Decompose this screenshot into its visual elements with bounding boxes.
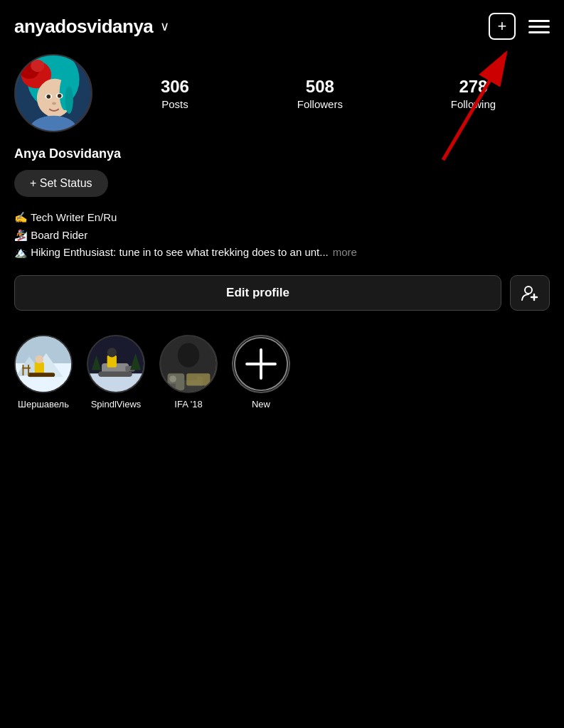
chevron-down-icon[interactable]: ∨ — [160, 18, 169, 34]
action-buttons: Edit profile — [14, 275, 550, 311]
new-post-icon[interactable]: + — [489, 13, 516, 40]
header: anyadosvidanya ∨ + — [0, 0, 564, 47]
highlight-label-shersh: Шершавель — [18, 399, 69, 410]
username[interactable]: anyadosvidanya — [14, 16, 153, 38]
posts-count: 306 — [161, 77, 189, 97]
following-count: 278 — [459, 77, 487, 97]
header-left: anyadosvidanya ∨ — [14, 16, 169, 38]
highlights-section: Шершавель — [0, 328, 564, 424]
bio-line-1: ✍️ Tech Writer En/Ru — [14, 210, 550, 226]
menu-icon[interactable] — [528, 20, 550, 33]
posts-stat[interactable]: 306 Posts — [161, 77, 189, 110]
svg-point-6 — [31, 60, 44, 72]
bio-section: ✍️ Tech Writer En/Ru 🏂 Board Rider 🏔️ Hi… — [14, 210, 550, 261]
svg-rect-43 — [168, 373, 185, 390]
svg-rect-28 — [28, 364, 29, 375]
followers-label: Followers — [297, 98, 343, 110]
edit-profile-button[interactable]: Edit profile — [14, 275, 501, 311]
svg-point-42 — [178, 343, 199, 367]
svg-point-11 — [65, 86, 73, 114]
svg-point-25 — [36, 355, 43, 363]
header-icons: + — [489, 13, 550, 40]
following-stat[interactable]: 278 Following — [451, 77, 496, 110]
posts-label: Posts — [161, 98, 188, 110]
highlight-label-ifa: IFA '18 — [174, 399, 202, 410]
bio-line-3: 🏔️ Hiking Enthusiast: tune in to see wha… — [14, 245, 550, 261]
svg-rect-26 — [28, 373, 55, 377]
following-label: Following — [451, 98, 496, 110]
highlight-new[interactable]: New — [232, 335, 290, 410]
followers-count: 508 — [306, 77, 334, 97]
svg-point-16 — [52, 102, 56, 105]
followers-stat[interactable]: 508 Followers — [297, 77, 343, 110]
svg-point-15 — [58, 94, 62, 98]
add-person-button[interactable] — [510, 275, 550, 311]
svg-rect-45 — [169, 383, 176, 389]
highlight-label-spindl: SpindlViews — [91, 399, 142, 410]
svg-rect-34 — [98, 371, 132, 377]
svg-point-36 — [107, 348, 117, 357]
svg-point-13 — [46, 95, 50, 99]
bio-more-link[interactable]: more — [333, 245, 357, 261]
display-name: Anya Dosvidanya — [14, 146, 550, 161]
svg-rect-27 — [23, 364, 24, 375]
stats-row: 306 Posts 508 Followers 278 Following — [107, 77, 550, 110]
svg-rect-46 — [186, 373, 210, 385]
svg-point-17 — [525, 287, 532, 294]
highlight-label-new: New — [252, 399, 270, 410]
profile-section: 306 Posts 508 Followers 278 Following An… — [0, 47, 564, 311]
profile-top: 306 Posts 508 Followers 278 Following — [14, 54, 550, 132]
svg-point-44 — [169, 375, 176, 382]
avatar[interactable] — [14, 54, 92, 132]
bio-line-2: 🏂 Board Rider — [14, 228, 550, 244]
highlight-shersh[interactable]: Шершавель — [14, 335, 73, 410]
svg-rect-29 — [23, 367, 31, 368]
set-status-button[interactable]: + Set Status — [14, 170, 108, 197]
highlight-ifa[interactable]: IFA '18 — [159, 335, 218, 410]
highlight-spindl[interactable]: SpindlViews — [87, 335, 145, 410]
